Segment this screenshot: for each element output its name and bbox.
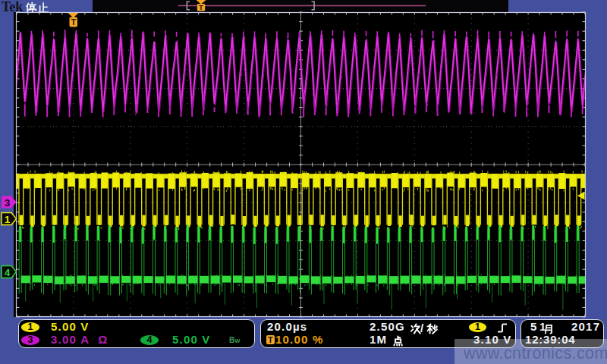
svg-text:T: T bbox=[199, 3, 203, 11]
svg-text:4: 4 bbox=[5, 267, 11, 278]
svg-text:3: 3 bbox=[5, 197, 10, 209]
svg-text:T: T bbox=[71, 17, 76, 27]
svg-text:1: 1 bbox=[5, 214, 10, 225]
